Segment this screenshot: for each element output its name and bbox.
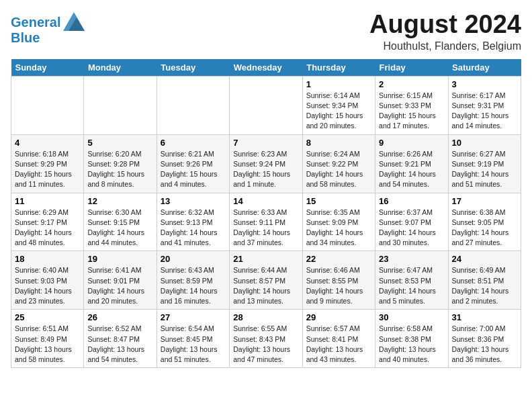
day-info: Sunrise: 6:46 AMSunset: 8:55 PMDaylight:… bbox=[306, 265, 371, 306]
calendar-cell: 5Sunrise: 6:20 AMSunset: 9:28 PMDaylight… bbox=[84, 134, 157, 193]
day-info: Sunrise: 6:49 AMSunset: 8:51 PMDaylight:… bbox=[452, 265, 517, 306]
day-number: 29 bbox=[306, 312, 371, 322]
day-info: Sunrise: 6:38 AMSunset: 9:05 PMDaylight:… bbox=[452, 208, 517, 248]
day-number: 1 bbox=[306, 79, 371, 89]
day-info: Sunrise: 6:37 AMSunset: 9:07 PMDaylight:… bbox=[379, 208, 444, 248]
day-info: Sunrise: 6:51 AMSunset: 8:49 PMDaylight:… bbox=[15, 324, 80, 365]
day-number: 25 bbox=[15, 312, 80, 322]
calendar-cell: 27Sunrise: 6:54 AMSunset: 8:45 PMDayligh… bbox=[157, 310, 229, 368]
day-info: Sunrise: 6:24 AMSunset: 9:22 PMDaylight:… bbox=[306, 149, 371, 190]
calendar-cell: 31Sunrise: 7:00 AMSunset: 8:36 PMDayligh… bbox=[448, 310, 521, 368]
day-number: 11 bbox=[15, 196, 80, 206]
day-info: Sunrise: 6:30 AMSunset: 9:15 PMDaylight:… bbox=[87, 208, 152, 248]
weekday-header-friday: Friday bbox=[375, 59, 448, 77]
calendar-cell: 24Sunrise: 6:49 AMSunset: 8:51 PMDayligh… bbox=[448, 251, 521, 310]
calendar-cell: 29Sunrise: 6:57 AMSunset: 8:41 PMDayligh… bbox=[302, 310, 375, 368]
day-number: 21 bbox=[233, 254, 298, 264]
title-block: August 2024 Houthulst, Flanders, Belgium bbox=[369, 11, 521, 52]
day-number: 24 bbox=[452, 254, 517, 264]
calendar-cell bbox=[84, 76, 157, 134]
day-number: 16 bbox=[379, 196, 444, 206]
week-row-5: 25Sunrise: 6:51 AMSunset: 8:49 PMDayligh… bbox=[11, 310, 521, 368]
page-header: General Blue August 2024 Houthulst, Flan… bbox=[11, 11, 521, 52]
calendar-cell: 13Sunrise: 6:32 AMSunset: 9:13 PMDayligh… bbox=[157, 193, 229, 251]
day-number: 31 bbox=[452, 312, 517, 322]
day-number: 18 bbox=[15, 254, 80, 264]
day-info: Sunrise: 6:29 AMSunset: 9:17 PMDaylight:… bbox=[15, 208, 80, 248]
day-number: 3 bbox=[452, 79, 517, 89]
calendar-cell: 21Sunrise: 6:44 AMSunset: 8:57 PMDayligh… bbox=[230, 251, 302, 310]
day-number: 28 bbox=[233, 312, 298, 322]
day-info: Sunrise: 6:54 AMSunset: 8:45 PMDaylight:… bbox=[161, 324, 226, 365]
calendar-cell: 7Sunrise: 6:23 AMSunset: 9:24 PMDaylight… bbox=[230, 134, 302, 193]
day-info: Sunrise: 6:47 AMSunset: 8:53 PMDaylight:… bbox=[379, 265, 444, 306]
day-number: 2 bbox=[379, 79, 444, 89]
logo: General Blue bbox=[11, 13, 85, 44]
location: Houthulst, Flanders, Belgium bbox=[369, 40, 521, 52]
weekday-header-tuesday: Tuesday bbox=[157, 59, 229, 77]
calendar-cell: 18Sunrise: 6:40 AMSunset: 9:03 PMDayligh… bbox=[11, 251, 84, 310]
week-row-2: 4Sunrise: 6:18 AMSunset: 9:29 PMDaylight… bbox=[11, 134, 521, 193]
day-info: Sunrise: 6:33 AMSunset: 9:11 PMDaylight:… bbox=[233, 208, 298, 248]
month-year: August 2024 bbox=[369, 11, 521, 39]
calendar-cell: 17Sunrise: 6:38 AMSunset: 9:05 PMDayligh… bbox=[448, 193, 521, 251]
day-number: 14 bbox=[233, 196, 298, 206]
calendar-cell: 30Sunrise: 6:58 AMSunset: 8:38 PMDayligh… bbox=[375, 310, 448, 368]
day-number: 10 bbox=[452, 138, 517, 148]
weekday-header-monday: Monday bbox=[84, 59, 157, 77]
calendar-cell: 26Sunrise: 6:52 AMSunset: 8:47 PMDayligh… bbox=[84, 310, 157, 368]
day-info: Sunrise: 6:58 AMSunset: 8:38 PMDaylight:… bbox=[379, 324, 444, 365]
day-info: Sunrise: 6:32 AMSunset: 9:13 PMDaylight:… bbox=[161, 208, 226, 248]
day-number: 7 bbox=[233, 138, 298, 148]
day-number: 6 bbox=[161, 138, 226, 148]
weekday-header-sunday: Sunday bbox=[11, 59, 84, 77]
logo-icon bbox=[63, 12, 85, 31]
logo-text2: Blue bbox=[11, 31, 85, 44]
calendar-cell: 8Sunrise: 6:24 AMSunset: 9:22 PMDaylight… bbox=[302, 134, 375, 193]
day-info: Sunrise: 6:44 AMSunset: 8:57 PMDaylight:… bbox=[233, 265, 298, 306]
calendar-cell: 11Sunrise: 6:29 AMSunset: 9:17 PMDayligh… bbox=[11, 193, 84, 251]
day-number: 30 bbox=[379, 312, 444, 322]
day-number: 17 bbox=[452, 196, 517, 206]
logo-text: General bbox=[11, 15, 60, 29]
day-number: 8 bbox=[306, 138, 371, 148]
calendar-cell: 2Sunrise: 6:15 AMSunset: 9:33 PMDaylight… bbox=[375, 76, 448, 134]
weekday-header-saturday: Saturday bbox=[448, 59, 521, 77]
day-number: 22 bbox=[306, 254, 371, 264]
calendar-cell bbox=[157, 76, 229, 134]
week-row-4: 18Sunrise: 6:40 AMSunset: 9:03 PMDayligh… bbox=[11, 251, 521, 310]
weekday-header-wednesday: Wednesday bbox=[230, 59, 302, 77]
calendar-cell: 25Sunrise: 6:51 AMSunset: 8:49 PMDayligh… bbox=[11, 310, 84, 368]
calendar-cell bbox=[230, 76, 302, 134]
calendar-cell bbox=[11, 76, 84, 134]
calendar-cell: 4Sunrise: 6:18 AMSunset: 9:29 PMDaylight… bbox=[11, 134, 84, 193]
day-number: 5 bbox=[87, 138, 152, 148]
day-info: Sunrise: 6:43 AMSunset: 8:59 PMDaylight:… bbox=[161, 265, 226, 306]
weekday-header-row: SundayMondayTuesdayWednesdayThursdayFrid… bbox=[11, 59, 521, 77]
day-info: Sunrise: 6:57 AMSunset: 8:41 PMDaylight:… bbox=[306, 324, 371, 365]
day-number: 23 bbox=[379, 254, 444, 264]
calendar-cell: 12Sunrise: 6:30 AMSunset: 9:15 PMDayligh… bbox=[84, 193, 157, 251]
day-number: 4 bbox=[15, 138, 80, 148]
day-info: Sunrise: 7:00 AMSunset: 8:36 PMDaylight:… bbox=[452, 324, 517, 365]
calendar-cell: 22Sunrise: 6:46 AMSunset: 8:55 PMDayligh… bbox=[302, 251, 375, 310]
day-number: 19 bbox=[87, 254, 152, 264]
day-info: Sunrise: 6:41 AMSunset: 9:01 PMDaylight:… bbox=[87, 265, 152, 306]
weekday-header-thursday: Thursday bbox=[302, 59, 375, 77]
calendar-cell: 14Sunrise: 6:33 AMSunset: 9:11 PMDayligh… bbox=[230, 193, 302, 251]
day-info: Sunrise: 6:52 AMSunset: 8:47 PMDaylight:… bbox=[87, 324, 152, 365]
calendar-cell: 9Sunrise: 6:26 AMSunset: 9:21 PMDaylight… bbox=[375, 134, 448, 193]
day-number: 9 bbox=[379, 138, 444, 148]
calendar-cell: 1Sunrise: 6:14 AMSunset: 9:34 PMDaylight… bbox=[302, 76, 375, 134]
day-number: 15 bbox=[306, 196, 371, 206]
day-info: Sunrise: 6:20 AMSunset: 9:28 PMDaylight:… bbox=[87, 149, 152, 190]
day-info: Sunrise: 6:26 AMSunset: 9:21 PMDaylight:… bbox=[379, 149, 444, 190]
week-row-1: 1Sunrise: 6:14 AMSunset: 9:34 PMDaylight… bbox=[11, 76, 521, 134]
calendar-cell: 16Sunrise: 6:37 AMSunset: 9:07 PMDayligh… bbox=[375, 193, 448, 251]
day-info: Sunrise: 6:17 AMSunset: 9:31 PMDaylight:… bbox=[452, 91, 517, 132]
day-number: 27 bbox=[161, 312, 226, 322]
day-info: Sunrise: 6:14 AMSunset: 9:34 PMDaylight:… bbox=[306, 91, 371, 132]
calendar-cell: 6Sunrise: 6:21 AMSunset: 9:26 PMDaylight… bbox=[157, 134, 229, 193]
calendar-cell: 10Sunrise: 6:27 AMSunset: 9:19 PMDayligh… bbox=[448, 134, 521, 193]
day-number: 20 bbox=[161, 254, 226, 264]
